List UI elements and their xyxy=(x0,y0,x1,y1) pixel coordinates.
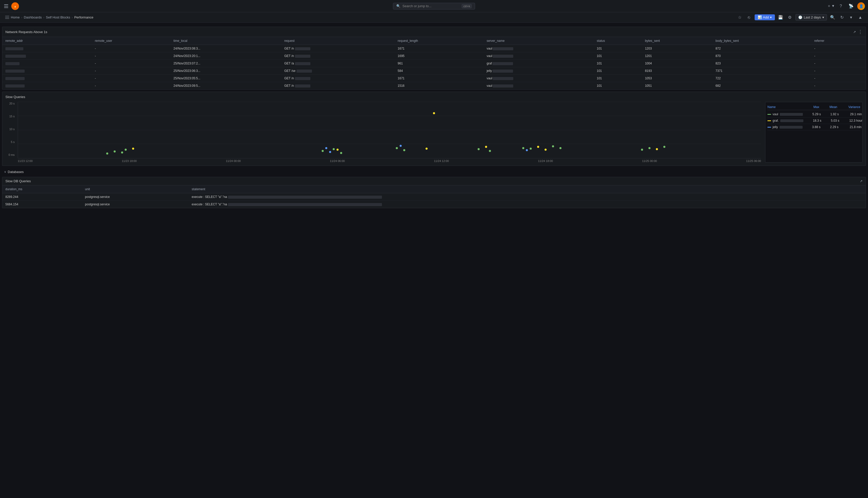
chart-dot xyxy=(537,146,539,148)
cell-time-local: 25/Nov/2023:07:2... xyxy=(170,60,281,67)
x-label: 11/25 00:00 xyxy=(642,159,657,162)
news-button[interactable]: 📡 xyxy=(847,2,855,10)
legend-row: jelly 3.88 s 2.29 s 21.8 mln xyxy=(768,124,860,130)
y-label: 15 s xyxy=(5,115,15,118)
chart-dot xyxy=(322,150,324,152)
sidebar-toggle[interactable] xyxy=(4,15,9,20)
table-row: 8289.244 postgresql.service execute : SE… xyxy=(2,193,866,201)
refresh-button[interactable]: ↻ xyxy=(838,14,845,21)
slow-db-panel: Slow DB Queries ↗ duration_ms unit state… xyxy=(2,177,866,208)
chart-left: 20 s15 s10 s5 s0 ms 11/23 12:0011/23 18:… xyxy=(5,102,761,162)
col-statement: statement xyxy=(189,185,866,193)
cell-body-bytes-sent: 682 xyxy=(713,82,811,90)
external-link-icon[interactable]: ↗ xyxy=(853,30,856,34)
breadcrumb-home[interactable]: Home xyxy=(11,15,20,19)
slow-queries-title: Slow Queries xyxy=(5,95,863,99)
chart-dot xyxy=(433,112,435,114)
cell-request: GET /n xyxy=(281,52,394,60)
chart-dot xyxy=(125,149,127,151)
db-table-head: duration_ms unit statement xyxy=(2,185,866,193)
menu-button[interactable] xyxy=(3,3,9,9)
cell-statement: execute : SELECT "a"."na xyxy=(189,201,866,208)
col-referrer: referrer xyxy=(811,37,866,45)
cell-status: 101 xyxy=(594,75,642,82)
table-row: - 24/Nov/2023:08:3... GET /n 1671 vaul 1… xyxy=(2,45,866,52)
chart-dot xyxy=(530,148,532,150)
chart-dot xyxy=(425,148,428,150)
cell-server-name: vaul xyxy=(484,45,594,52)
cell-remote-user: - xyxy=(92,82,171,90)
page-content: Network Requests Above 1s ↗ ⋮ remote_add… xyxy=(0,23,868,212)
cell-request-length: 1671 xyxy=(394,75,484,82)
sep-1: › xyxy=(21,16,22,19)
db-external-link-icon[interactable]: ↗ xyxy=(860,179,863,183)
legend-header: Name Max Mean Variance xyxy=(768,104,860,110)
network-panel-header: Network Requests Above 1s ↗ ⋮ xyxy=(2,27,866,37)
breadcrumb-dashboards[interactable]: Dashboards xyxy=(24,15,42,19)
chart-dot xyxy=(552,145,554,147)
legend-row: vaul 5.29 s 1.92 s 29.1 min xyxy=(768,111,860,118)
chart-dot xyxy=(485,146,487,148)
col-duration: duration_ms xyxy=(2,185,82,193)
search-placeholder: Search or jump to... xyxy=(403,4,460,8)
help-button[interactable]: ? xyxy=(837,2,845,10)
search-icon: 🔍 xyxy=(396,4,401,8)
chart-dot xyxy=(545,149,547,151)
db-table-body: 8289.244 postgresql.service execute : SE… xyxy=(2,193,866,208)
cell-bytes-sent: 1201 xyxy=(642,52,712,60)
cell-unit: postgresql.service xyxy=(82,193,189,201)
legend-color xyxy=(768,114,771,115)
chart-dot xyxy=(656,148,658,150)
search-bar[interactable]: 🔍 Search or jump to... ctrl+k xyxy=(393,3,475,10)
settings-button[interactable]: ⚙ xyxy=(786,14,794,21)
chart-dot xyxy=(663,146,665,148)
cell-body-bytes-sent: 722 xyxy=(713,75,811,82)
plus-button[interactable]: ＋ ▾ xyxy=(826,2,835,10)
collapse-button[interactable]: ▲ xyxy=(857,14,864,21)
cell-remote-user: - xyxy=(92,45,171,52)
legend-color xyxy=(768,120,771,121)
legend-rows: vaul 5.29 s 1.92 s 29.1 min graf. 18.3 s… xyxy=(768,111,860,130)
star-button[interactable]: ☆ xyxy=(736,14,743,21)
cell-remote-user: - xyxy=(92,60,171,67)
legend-col-name: Name xyxy=(768,105,801,109)
plus-icon: ＋ ▾ xyxy=(827,3,834,9)
y-label: 5 s xyxy=(5,141,15,144)
cell-time-local: 24/Nov/2023:08:3... xyxy=(170,45,281,52)
zoom-out-button[interactable]: 🔍 xyxy=(829,14,836,21)
time-range-button[interactable]: 🕐 Last 2 days ▾ xyxy=(796,14,827,21)
col-bytes-sent: bytes_sent xyxy=(642,37,712,45)
chart-dot xyxy=(559,147,561,149)
legend-name: vaul xyxy=(768,113,803,116)
col-server-name: server_name xyxy=(484,37,594,45)
grid-top xyxy=(18,102,761,102)
legend-prefix: graf. xyxy=(773,119,779,122)
cell-body-bytes-sent: 823 xyxy=(713,60,811,67)
chart-dot xyxy=(641,149,643,151)
cell-remote-addr xyxy=(2,52,92,60)
panel-menu-button[interactable]: ⋮ xyxy=(858,29,863,35)
cell-bytes-sent: 1203 xyxy=(642,45,712,52)
legend-col-mean: Mean xyxy=(819,105,837,109)
col-unit: unit xyxy=(82,185,189,193)
databases-section-header[interactable]: ∨ Databases xyxy=(0,168,868,176)
cell-bytes-sent: 1004 xyxy=(642,60,712,67)
cell-unit: postgresql.service xyxy=(82,201,189,208)
save-button[interactable]: 💾 xyxy=(777,14,784,21)
col-time-local: time_local xyxy=(170,37,281,45)
breadcrumb-selfhostblocks[interactable]: Self Host Blocks xyxy=(46,15,70,19)
search-shortcut: ctrl+k xyxy=(462,4,472,8)
user-avatar[interactable]: 👤 xyxy=(857,2,865,10)
add-button[interactable]: 📊 Add ▾ xyxy=(755,14,775,20)
legend-prefix: vaul xyxy=(773,113,778,116)
share-button[interactable]: ⎋ xyxy=(745,14,752,21)
grafana-logo[interactable]: 🔥 xyxy=(11,2,19,10)
cell-remote-user: - xyxy=(92,52,171,60)
chart-dot xyxy=(325,147,327,149)
x-label: 11/23 12:00 xyxy=(18,159,32,162)
chart-dot xyxy=(114,150,116,153)
col-status: status xyxy=(594,37,642,45)
databases-label: Databases xyxy=(8,170,24,174)
refresh-interval-button[interactable]: ▾ xyxy=(847,14,855,21)
cell-status: 101 xyxy=(594,82,642,90)
